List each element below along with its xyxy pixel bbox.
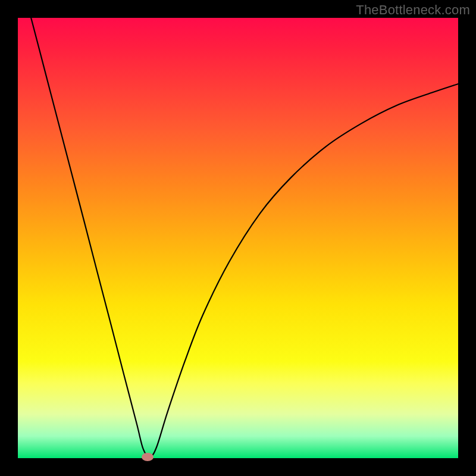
chart-frame: TheBottleneck.com	[0, 0, 476, 476]
watermark-text: TheBottleneck.com	[356, 2, 470, 18]
optimum-marker	[142, 453, 154, 461]
curve-line	[18, 18, 458, 458]
plot-area	[18, 18, 458, 458]
